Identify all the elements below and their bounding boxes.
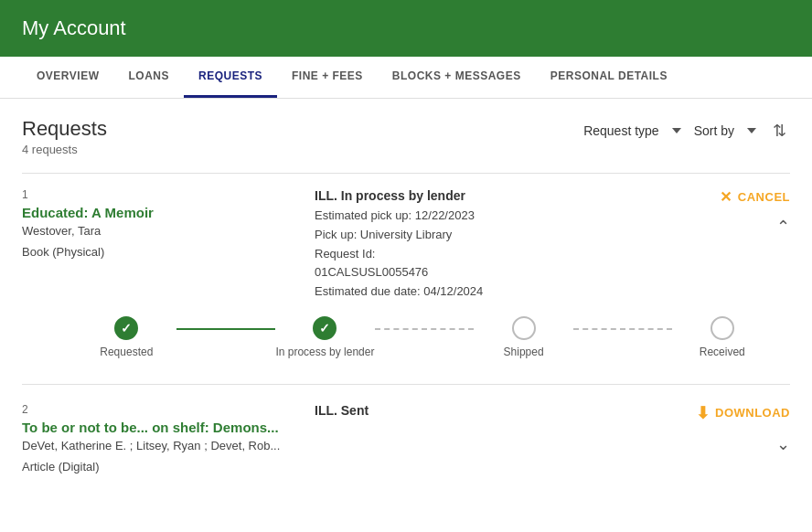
sort-label: Sort by xyxy=(694,123,734,138)
tab-blocks-messages[interactable]: BLOCKS + MESSAGES xyxy=(378,57,536,98)
request-actions-1: ✕ CANCEL ⌃ xyxy=(607,188,790,237)
nav-tabs: OVERVIEW LOANS REQUESTS FINE + FEES BLOC… xyxy=(0,57,812,99)
request-left-2: 2 To be or not to be... on shelf: Demons… xyxy=(22,403,296,473)
step-circle-received xyxy=(710,316,734,340)
connector-1 xyxy=(176,328,276,330)
request-status-1: ILL. In process by lender xyxy=(315,188,607,203)
request-type-dropdown[interactable] xyxy=(667,124,687,137)
step-label-inprocess: In process by lender xyxy=(275,346,374,358)
step-label-shipped: Shipped xyxy=(504,346,544,358)
requests-title-area: Requests 4 requests xyxy=(22,117,107,156)
request-due-1: Estimated due date: 04/12/2024 xyxy=(315,282,607,302)
connector-2 xyxy=(375,328,475,330)
tab-overview[interactable]: OVERVIEW xyxy=(22,57,113,98)
request-title-2[interactable]: To be or not to be... on shelf: Demons..… xyxy=(22,420,279,435)
expand-button-2[interactable]: ⌄ xyxy=(776,434,790,454)
step-label-received: Received xyxy=(700,346,745,358)
request-id-label-1: Request Id: xyxy=(315,245,607,264)
step-circle-requested: ✓ xyxy=(114,316,138,340)
request-author-1: Westover, Tara xyxy=(22,224,296,238)
request-type-2: Article (Digital) xyxy=(22,460,296,473)
app-header: My Account xyxy=(0,0,812,57)
request-pickup-1: Estimated pick up: 12/22/2023 xyxy=(315,207,607,226)
download-label-2: DOWNLOAD xyxy=(715,406,790,420)
cancel-button-1[interactable]: ✕ CANCEL xyxy=(720,188,790,206)
download-button-2[interactable]: ⬇ DOWNLOAD xyxy=(696,403,791,423)
request-number-2: 2 xyxy=(22,403,296,416)
step-received: Received xyxy=(672,316,772,358)
request-location-1: Pick up: University Library xyxy=(315,226,607,245)
tab-personal-details[interactable]: PERSONAL DETAILS xyxy=(536,57,682,98)
request-item-1: 1 Educated: A Memoir Westover, Tara Book… xyxy=(22,173,790,377)
sort-caret xyxy=(747,128,756,133)
request-author-2: DeVet, Katherine E. ; Litsey, Ryan ; Dev… xyxy=(22,439,296,452)
sort-dropdown[interactable] xyxy=(742,124,762,137)
main-content: Requests 4 requests Request type Sort by… xyxy=(0,99,812,492)
tab-fine-fees[interactable]: FINE + FEES xyxy=(277,57,378,98)
request-type-1: Book (Physical) xyxy=(22,245,296,259)
request-item-2: 2 To be or not to be... on shelf: Demons… xyxy=(22,384,790,473)
collapse-button-1[interactable]: ⌃ xyxy=(776,217,790,237)
request-actions-2: ⬇ DOWNLOAD ⌄ xyxy=(607,403,790,454)
request-id-1: 01CALSUSL0055476 xyxy=(315,263,607,282)
step-label-requested: Requested xyxy=(100,346,153,358)
step-inprocess: ✓ In process by lender xyxy=(275,316,375,358)
cancel-label-1: CANCEL xyxy=(738,190,790,204)
request-title-1[interactable]: Educated: A Memoir xyxy=(22,205,154,220)
progress-tracker-1: ✓ Requested ✓ In process by lender Shipp… xyxy=(22,302,790,377)
requests-header: Requests 4 requests Request type Sort by… xyxy=(22,117,790,156)
request-left-1: 1 Educated: A Memoir Westover, Tara Book… xyxy=(22,188,296,259)
request-row-2: 2 To be or not to be... on shelf: Demons… xyxy=(22,399,790,473)
progress-steps: ✓ Requested ✓ In process by lender Shipp… xyxy=(77,316,772,358)
app-title: My Account xyxy=(22,16,790,40)
request-details-2: ILL. Sent xyxy=(296,403,607,421)
download-icon: ⬇ xyxy=(696,403,710,423)
request-number-1: 1 xyxy=(22,188,296,201)
request-row-1: 1 Educated: A Memoir Westover, Tara Book… xyxy=(22,188,790,302)
step-requested: ✓ Requested xyxy=(77,316,176,358)
dropdown-caret xyxy=(672,128,681,133)
connector-3 xyxy=(573,328,673,330)
step-circle-shipped xyxy=(512,316,536,340)
tab-requests[interactable]: REQUESTS xyxy=(184,57,277,98)
request-details-1: ILL. In process by lender Estimated pick… xyxy=(296,188,607,302)
tab-loans[interactable]: LOANS xyxy=(113,57,184,98)
requests-heading: Requests xyxy=(22,117,107,141)
request-status-2: ILL. Sent xyxy=(315,403,607,418)
step-shipped: Shipped xyxy=(474,316,573,358)
sort-order-icon[interactable]: ⇅ xyxy=(769,117,790,144)
step-circle-inprocess: ✓ xyxy=(313,316,337,340)
x-icon: ✕ xyxy=(720,188,732,206)
requests-controls: Request type Sort by ⇅ xyxy=(583,117,790,144)
filter-label: Request type xyxy=(583,123,659,138)
requests-count: 4 requests xyxy=(22,143,107,156)
